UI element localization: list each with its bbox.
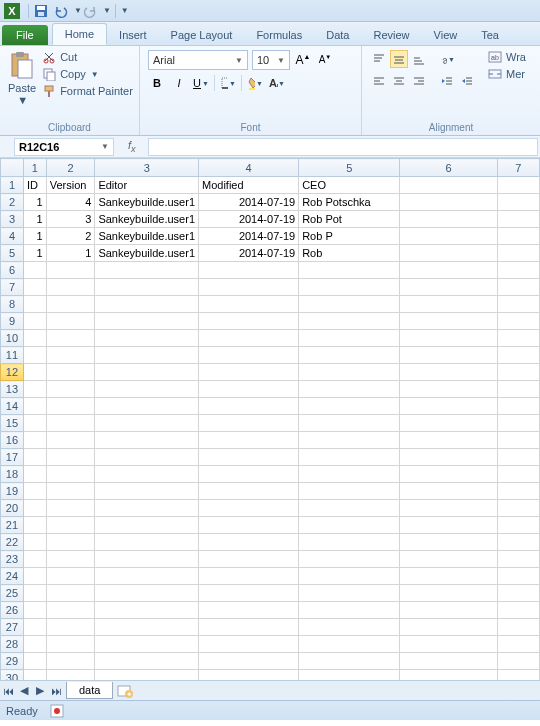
cell[interactable] bbox=[299, 483, 400, 500]
cell[interactable] bbox=[199, 398, 299, 415]
cell[interactable] bbox=[46, 585, 95, 602]
cell[interactable] bbox=[199, 313, 299, 330]
cell[interactable] bbox=[46, 534, 95, 551]
cell[interactable] bbox=[46, 568, 95, 585]
cell[interactable] bbox=[497, 211, 539, 228]
cell[interactable] bbox=[46, 517, 95, 534]
select-all-corner[interactable] bbox=[1, 159, 24, 177]
cell[interactable] bbox=[400, 568, 497, 585]
cell[interactable] bbox=[299, 602, 400, 619]
spreadsheet-grid[interactable]: 1234567 1IDVersionEditorModifiedCEO214Sa… bbox=[0, 158, 540, 680]
cell[interactable] bbox=[199, 296, 299, 313]
cell[interactable]: 1 bbox=[23, 211, 46, 228]
cell[interactable] bbox=[400, 636, 497, 653]
formula-input[interactable] bbox=[148, 138, 538, 156]
cell[interactable] bbox=[199, 534, 299, 551]
cell[interactable] bbox=[23, 313, 46, 330]
cell[interactable] bbox=[299, 313, 400, 330]
cell[interactable] bbox=[23, 517, 46, 534]
cell[interactable] bbox=[95, 262, 199, 279]
cell[interactable] bbox=[23, 585, 46, 602]
cell[interactable] bbox=[199, 636, 299, 653]
cell[interactable] bbox=[299, 568, 400, 585]
cell[interactable]: 3 bbox=[46, 211, 95, 228]
cell[interactable] bbox=[299, 500, 400, 517]
cell[interactable] bbox=[46, 636, 95, 653]
cell[interactable] bbox=[497, 415, 539, 432]
cell[interactable] bbox=[23, 296, 46, 313]
cell[interactable] bbox=[497, 330, 539, 347]
cell[interactable]: Sankeybuilde.user1 bbox=[95, 228, 199, 245]
cell[interactable] bbox=[199, 568, 299, 585]
cell[interactable] bbox=[199, 483, 299, 500]
undo-icon[interactable] bbox=[53, 3, 69, 19]
cell[interactable] bbox=[23, 364, 46, 381]
cell[interactable] bbox=[400, 432, 497, 449]
cell[interactable] bbox=[497, 568, 539, 585]
cell[interactable] bbox=[23, 568, 46, 585]
cell[interactable] bbox=[23, 636, 46, 653]
cell[interactable] bbox=[299, 466, 400, 483]
cell[interactable] bbox=[497, 602, 539, 619]
cell[interactable] bbox=[497, 347, 539, 364]
cell[interactable] bbox=[23, 347, 46, 364]
copy-dropdown-icon[interactable]: ▼ bbox=[91, 70, 99, 79]
tab-data[interactable]: Data bbox=[314, 25, 361, 45]
cell[interactable] bbox=[46, 653, 95, 670]
cell[interactable] bbox=[46, 415, 95, 432]
cell[interactable] bbox=[299, 653, 400, 670]
underline-button[interactable]: U▼ bbox=[192, 74, 210, 92]
cell[interactable] bbox=[497, 245, 539, 262]
cell[interactable] bbox=[497, 296, 539, 313]
cell[interactable] bbox=[497, 194, 539, 211]
cell[interactable] bbox=[46, 279, 95, 296]
cell[interactable] bbox=[400, 364, 497, 381]
paste-dropdown-icon[interactable]: ▼ bbox=[17, 94, 28, 106]
cell[interactable] bbox=[400, 194, 497, 211]
cell[interactable] bbox=[95, 670, 199, 681]
cell[interactable] bbox=[46, 381, 95, 398]
cell[interactable] bbox=[95, 585, 199, 602]
cell[interactable] bbox=[46, 483, 95, 500]
cell[interactable] bbox=[299, 585, 400, 602]
row-header[interactable]: 10 bbox=[1, 330, 24, 347]
cell[interactable] bbox=[199, 602, 299, 619]
cell[interactable]: 1 bbox=[46, 245, 95, 262]
grow-font-button[interactable]: A▲ bbox=[294, 51, 312, 69]
redo-icon[interactable] bbox=[82, 3, 98, 19]
tab-formulas[interactable]: Formulas bbox=[244, 25, 314, 45]
cell[interactable] bbox=[46, 670, 95, 681]
cell[interactable] bbox=[497, 177, 539, 194]
cell[interactable] bbox=[95, 296, 199, 313]
cell[interactable] bbox=[299, 534, 400, 551]
cell[interactable] bbox=[299, 398, 400, 415]
cell[interactable]: CEO bbox=[299, 177, 400, 194]
cell[interactable] bbox=[23, 619, 46, 636]
tab-team[interactable]: Tea bbox=[469, 25, 511, 45]
cell[interactable] bbox=[95, 636, 199, 653]
column-header[interactable]: 5 bbox=[299, 159, 400, 177]
cell[interactable] bbox=[299, 330, 400, 347]
font-color-button[interactable]: A▼ bbox=[268, 74, 286, 92]
cell[interactable] bbox=[23, 466, 46, 483]
cell[interactable] bbox=[23, 534, 46, 551]
cell[interactable] bbox=[46, 398, 95, 415]
cell[interactable] bbox=[199, 330, 299, 347]
cell[interactable]: Sankeybuilde.user1 bbox=[95, 245, 199, 262]
cell[interactable] bbox=[400, 551, 497, 568]
cell[interactable] bbox=[497, 279, 539, 296]
cell[interactable] bbox=[199, 517, 299, 534]
cell[interactable] bbox=[23, 551, 46, 568]
decrease-indent-button[interactable] bbox=[438, 72, 456, 90]
cell[interactable] bbox=[23, 483, 46, 500]
cell[interactable]: 1 bbox=[23, 194, 46, 211]
cell[interactable] bbox=[497, 670, 539, 681]
cell[interactable] bbox=[95, 398, 199, 415]
cell[interactable] bbox=[497, 619, 539, 636]
row-header[interactable]: 1 bbox=[1, 177, 24, 194]
cell[interactable] bbox=[400, 330, 497, 347]
cell[interactable] bbox=[497, 228, 539, 245]
row-header[interactable]: 29 bbox=[1, 653, 24, 670]
cell[interactable] bbox=[199, 670, 299, 681]
cell[interactable] bbox=[299, 551, 400, 568]
